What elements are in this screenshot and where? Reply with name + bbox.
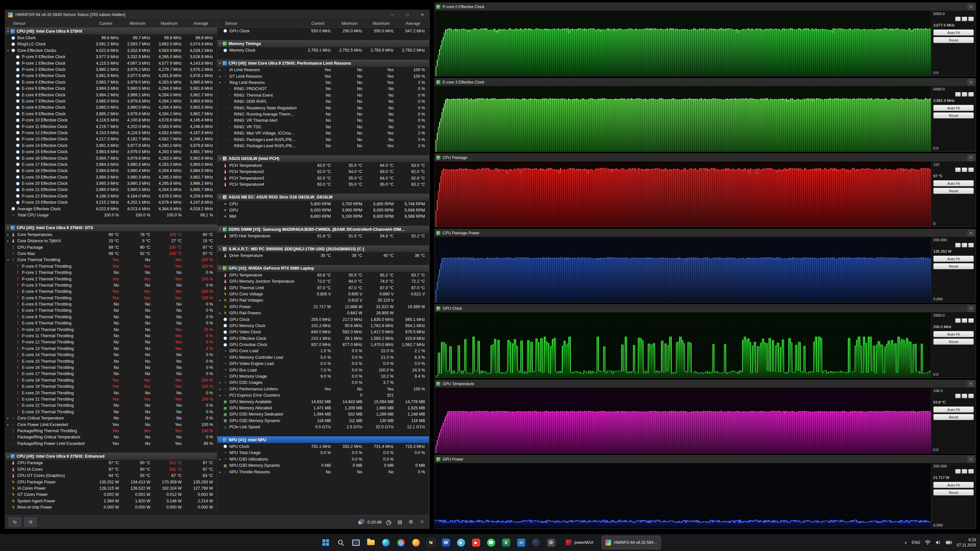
sensor-row[interactable]: ◦Package/Ring Critical TemperatureNoNoNo… (5, 434, 217, 440)
sensor-row[interactable]: !E-core 19 Thermal ThrottlingYesYesYes10… (5, 383, 217, 389)
sensor-row[interactable]: GPU Temperature63.8 °C55.5 °C65.2 °C63.7… (217, 272, 429, 278)
graph-mini-button[interactable] (955, 17, 961, 21)
collapse-icon[interactable]: ▾ (217, 438, 223, 441)
sensor-row[interactable]: ◦RING: PROCHOTNoNoNo0 % (217, 86, 429, 92)
sensor-row[interactable]: !E-core 16 Thermal ThrottlingNoNoNo0 % (5, 364, 217, 370)
sensor-row[interactable]: E-core 18 Effective Clock3,984.8 MHz3,98… (5, 168, 217, 174)
sensor-row[interactable]: !E-core 6 Thermal ThrottlingNoNoNo0 % (5, 301, 217, 307)
sensor-row[interactable]: Drive Temperature35 °C35 °C40 °C36 °C (217, 252, 429, 259)
expand-icon[interactable]: ▸ (217, 470, 223, 474)
sensor-row[interactable]: +GPU6,000 RPM3,900 RPM6,000 RPM5,949 RPM (217, 207, 429, 213)
layout-toggle-icon[interactable] (358, 519, 364, 524)
sensor-row[interactable]: !E-core 17 Thermal ThrottlingNoNoNo0 % (5, 371, 217, 377)
sensor-group-header[interactable]: ▾NPU [#1]: Intel NPU (217, 437, 429, 443)
sensor-row[interactable]: ◦Package/Ring Power Limit ExceededYesNoY… (5, 440, 217, 446)
sensor-row[interactable]: P-core 23 Effective Clock4,215.2 MHz4,20… (5, 199, 217, 206)
sensor-row[interactable]: !P-core 10 Thermal ThrottlingNoNoYes25 % (5, 326, 217, 333)
expand-icon[interactable]: ▾ (5, 49, 11, 52)
sensor-row[interactable]: PCH Temperature463.0 °C55.0 °C65.0 °C63.… (217, 181, 429, 187)
graph-close-button[interactable]: ✕ (967, 4, 974, 10)
sensor-row[interactable]: ◦RING: Max VR Voltage, ICCma…NoNoYes2 % (217, 130, 429, 136)
graph-mini-button[interactable] (962, 167, 967, 172)
sensor-row[interactable]: ▸ϟGPU Rail Powers0.642 W26.905 W (217, 310, 429, 316)
collapse-icon[interactable]: ▾ (5, 226, 11, 229)
graph-mini-button[interactable] (962, 243, 967, 248)
sensor-row[interactable]: !E-core 15 Thermal ThrottlingNoNoNo0 % (5, 358, 217, 364)
collapse-icon[interactable]: ▾ (217, 248, 223, 251)
reset-button[interactable]: Reset (933, 112, 974, 119)
taskbar-icon-task-view[interactable] (349, 536, 362, 549)
sensor-row[interactable]: ▾Core Effective Clocks4,022.8 MHz3,332.9… (5, 47, 217, 54)
clock-button[interactable]: ◷ (385, 518, 393, 526)
sensor-row[interactable]: ◦RING: DDR RAPLNoNoNo0 % (217, 98, 429, 105)
sensor-row[interactable]: ▦GPU Memory Available14,832 MB14,643 MB1… (217, 399, 429, 405)
sensor-row[interactable]: CPU GT Cores (Graphics)64 °C55 °C67 °C63… (5, 473, 217, 479)
sensor-row[interactable]: !E-core 22 Thermal ThrottlingNoNoNo0 % (5, 402, 217, 409)
language-indicator[interactable]: ENG (912, 540, 920, 545)
sensor-row[interactable]: E-core 8 Effective Clock3,985.0 MHz3,980… (5, 105, 217, 111)
graph-mini-button[interactable] (962, 92, 967, 97)
graph-mini-button[interactable] (955, 92, 961, 97)
sensor-group-header[interactable]: ▾CPU [#0]: Intel Core Ultra 9 275HX (5, 28, 217, 35)
sensor-row[interactable]: E-core 19 Effective Clock3,984.3 MHz3,98… (5, 174, 217, 180)
expand-icon[interactable]: ▸ (217, 387, 223, 391)
graph-mini-button[interactable] (955, 243, 961, 248)
sensor-row[interactable]: !P-core 3 Thermal ThrottlingNoNoNo0 % (5, 282, 217, 288)
sensor-row[interactable]: P-core 12 Effective Clock4,153.5 MHz4,11… (5, 130, 217, 136)
sensor-row[interactable]: ▦GPU D3D Memory Dynamic118 MB111 MB130 M… (217, 418, 429, 424)
sensor-row[interactable]: ϟCPU Package Power135.252 W134.413 W170.… (5, 479, 217, 485)
expand-icon[interactable]: ▸ (217, 311, 223, 315)
sensor-row[interactable]: Average Effective Clock4,022.8 MHz4,013.… (5, 206, 217, 212)
sensor-row[interactable]: P-core 22 Effective Clock4,186.3 MHz4,18… (5, 193, 217, 199)
expand-icon[interactable]: ▸ (217, 68, 223, 71)
expand-icon[interactable]: ▸ (217, 457, 223, 461)
sensor-row[interactable]: !E-core 23 Thermal ThrottlingNoNoNo0 % (5, 409, 217, 415)
sensor-group-header[interactable]: ▾CPU [#0]: Intel Core Ultra 9 275HX: Per… (217, 60, 429, 67)
sensor-row[interactable]: ◦RING: Package-Level RAPL/PB…NoNoNo0 % (217, 137, 429, 143)
sensor-row[interactable]: GPU Video Clock840.0 MHz592.0 MHz1,417.0… (217, 329, 429, 335)
expand-icon[interactable]: ▸ (5, 423, 11, 426)
sensor-row[interactable]: !P-core 0 Thermal ThrottlingYesYesYes100… (5, 263, 217, 269)
graph-title-bar[interactable]: CPU Package Power✕ (435, 229, 976, 237)
sensor-group-header[interactable]: ▾S.M.A.R.T.: WD PC SN5000S SDEQNSJ-1T00-… (217, 246, 429, 252)
sensor-row[interactable]: E-core 15 Effective Clock3,983.6 MHz3,97… (5, 149, 217, 155)
sensor-group-header[interactable]: ▾DDR5 DIMM [#3]: Samsung M425R4GA3EB0-CW… (217, 226, 429, 233)
auto-fit-button[interactable]: Auto Fit (933, 482, 974, 488)
graph-mini-button[interactable] (968, 17, 974, 21)
expand-icon[interactable]: ▸ (217, 299, 223, 302)
sensor-row[interactable]: ▸Core Distance to TjMAX15 °C5 °C27 °C15 … (5, 238, 217, 244)
sensor-row[interactable]: P-core 10 Effective Clock4,118.5 MHz4,10… (5, 117, 217, 123)
sensor-row[interactable]: !P-core 13 Thermal ThrottlingNoNoYes6 % (5, 345, 217, 352)
expand-icon[interactable]: ▾ (217, 81, 223, 84)
sensor-row[interactable]: ▸◔NPU D3D Utilizations0.0 %0.0 % (217, 456, 429, 462)
graph-title-bar[interactable]: P-core 0 Effective Clock✕ (435, 3, 976, 11)
sensor-row[interactable]: ◔GPU Memory Usage9.0 %0.0 %10.2 %9.4 % (217, 373, 429, 379)
sensor-group-header[interactable]: ▾Memory Timings (217, 40, 429, 47)
sensor-row[interactable]: GPU Thermal Limit87.0 °C87.0 °C87.0 °C87… (217, 285, 429, 291)
sensor-row[interactable]: ▸◦PCI Express Error Counters0321 (217, 392, 429, 399)
taskbar-icon-notion[interactable]: N (424, 536, 438, 549)
sensor-row[interactable]: P-core 1 Effective Clock4,115.5 MHz4,097… (5, 60, 217, 66)
sensor-row[interactable]: ◦RING: Residency State RegulationNoNoNo0… (217, 105, 429, 111)
sensor-row[interactable]: E-core 17 Effective Clock3,984.3 MHz3,98… (5, 161, 217, 167)
graph-mini-button[interactable] (968, 167, 974, 172)
sensor-row[interactable]: ◔GPU Video Engine Load0.0 %0.0 %0.0 %0.0… (217, 361, 429, 367)
sensor-row[interactable]: ▸◦Core Power Limit ExceededYesNoYes100 % (5, 421, 217, 428)
sensor-row[interactable]: ◦RING: VR TDCNoNoNo0 % (217, 124, 429, 130)
sensor-row[interactable]: GPU Crossbar Clock937.0 MHz877.0 MHz1,47… (217, 341, 429, 348)
reset-button[interactable]: Reset (933, 188, 974, 194)
taskbar-app-powermax[interactable]: powerMAX (562, 536, 597, 549)
taskbar-icon-telegram[interactable]: ▶ (454, 536, 468, 549)
sensor-row[interactable]: ϟSystem Agent Power2.394 W1.820 W3.146 W… (5, 498, 217, 504)
sensor-row[interactable]: ▦NPU D3D Memory Dynamic0 MB0 MB0 MB0 MB (217, 462, 429, 468)
sensor-row[interactable]: E-core 4 Effective Clock3,983.7 MHz3,979… (5, 79, 217, 85)
sensor-row[interactable]: PCH Temperature63.0 °C55.0 °C64.0 °C63.0… (217, 162, 429, 168)
sensor-group-header[interactable]: ▾CPU [#0]: Intel Core Ultra 9 275HX: Enh… (5, 453, 217, 460)
sensor-row[interactable]: ◔GPU Core Load1.0 %0.0 %22.0 %2.1 % (217, 348, 429, 354)
graph-close-button[interactable]: ✕ (967, 79, 974, 85)
graph-mini-button[interactable] (962, 318, 967, 323)
sensor-row[interactable]: E-core 21 Effective Clock3,985.0 MHz3,98… (5, 187, 217, 193)
collapse-icon[interactable]: ▾ (5, 455, 11, 458)
sensor-row[interactable]: E-core 6 Effective Clock3,984.2 MHz3,969… (5, 92, 217, 98)
sensor-row[interactable]: P-core 3 Effective Clock3,981.9 MHz3,977… (5, 73, 217, 79)
